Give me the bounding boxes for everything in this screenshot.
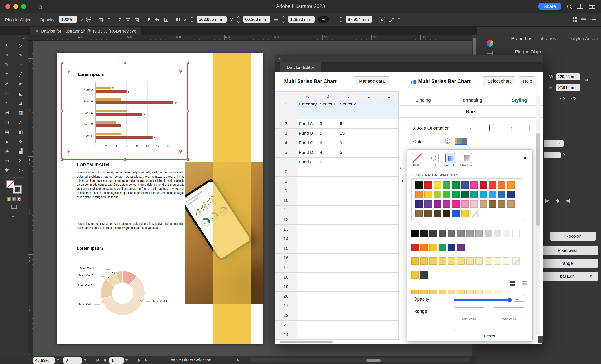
grid-cell[interactable] <box>318 244 338 253</box>
grid-cell[interactable]: 6 <box>318 138 338 148</box>
selection-outline[interactable] <box>61 63 188 160</box>
color-button-icon[interactable] <box>7 197 11 201</box>
grid-cell[interactable] <box>338 253 359 263</box>
column-header[interactable]: D <box>359 92 379 100</box>
color-swatch[interactable] <box>489 191 496 198</box>
selection-handle[interactable] <box>60 62 63 64</box>
grid-cell[interactable] <box>318 330 338 340</box>
color-swatch[interactable] <box>452 200 460 208</box>
row-number[interactable]: 2 <box>275 119 297 129</box>
color-swatch[interactable] <box>485 257 492 265</box>
grid-cell[interactable] <box>359 196 379 206</box>
color-swatch[interactable] <box>452 210 460 217</box>
color-swatch[interactable] <box>424 210 432 217</box>
zoom-tool-icon[interactable]: ◎ <box>14 165 28 175</box>
grid-cell[interactable]: 5 <box>318 158 338 167</box>
color-swatch[interactable] <box>443 200 450 208</box>
grid-cell[interactable] <box>338 301 359 311</box>
share-button[interactable]: Share <box>538 3 561 10</box>
align-right-icon[interactable] <box>134 17 139 22</box>
color-swatch[interactable] <box>470 200 478 208</box>
grid-cell[interactable] <box>297 301 318 311</box>
grid-cell[interactable] <box>379 167 399 177</box>
select-chart-button[interactable]: Select chart <box>483 76 515 86</box>
h-field[interactable]: 97,914 mm <box>346 16 372 22</box>
color-swatch[interactable] <box>452 191 460 198</box>
eyedropper-tool-icon[interactable]: ♦ <box>0 137 14 146</box>
row-number[interactable]: 4 <box>275 138 297 148</box>
arrange-documents-icon[interactable] <box>577 4 583 9</box>
fill-mode-palette-button[interactable]: PALETTE <box>443 153 457 171</box>
search-icon[interactable] <box>567 4 571 8</box>
grid-cell[interactable] <box>379 311 399 321</box>
color-swatch[interactable] <box>420 271 428 278</box>
grid-cell[interactable] <box>318 253 338 263</box>
appearance-value-field[interactable] <box>544 152 561 158</box>
grid-cell[interactable] <box>318 225 338 234</box>
color-swatch[interactable] <box>494 290 501 294</box>
color-swatch[interactable] <box>411 243 419 251</box>
perspective-grid-tool-icon[interactable]: △ <box>14 118 28 127</box>
selection-handle[interactable] <box>123 158 125 161</box>
row-number[interactable]: 18 <box>275 273 297 282</box>
grid-cell[interactable] <box>359 215 379 225</box>
panel-layers-icon[interactable] <box>581 17 587 22</box>
panel-grid-icon[interactable] <box>572 17 578 22</box>
color-swatch[interactable] <box>424 181 432 189</box>
last-artboard-icon[interactable] <box>144 358 149 362</box>
grid-cell[interactable] <box>379 177 399 186</box>
column-header[interactable]: B <box>318 92 338 100</box>
color-swatch[interactable] <box>439 257 446 265</box>
close-document-icon[interactable]: × <box>35 28 38 33</box>
color-help-icon[interactable]: ? <box>445 138 450 144</box>
color-swatch[interactable] <box>466 230 474 237</box>
width-tool-icon[interactable]: ⋈ <box>0 108 14 118</box>
grid-cell[interactable] <box>297 292 318 301</box>
manage-data-button[interactable]: Manage data <box>353 76 390 86</box>
row-number[interactable]: 16 <box>275 253 297 263</box>
grid-cell[interactable] <box>379 186 399 196</box>
appearance-stepper-icon[interactable] <box>562 153 565 156</box>
row-number[interactable]: 24 <box>275 330 297 340</box>
arrange-button[interactable]: range <box>536 259 599 268</box>
grid-cell[interactable] <box>318 196 338 206</box>
row-number[interactable]: 22 <box>275 311 297 321</box>
color-swatch[interactable] <box>439 290 446 294</box>
color-swatch[interactable] <box>466 290 474 294</box>
color-swatch[interactable] <box>485 230 492 237</box>
grid-cell[interactable] <box>297 282 318 292</box>
color-swatch[interactable] <box>503 290 511 294</box>
row-number[interactable]: 14 <box>275 234 297 244</box>
grid-cell[interactable] <box>379 148 399 158</box>
pen-tool-icon[interactable]: ✎ <box>0 60 14 70</box>
zoom-field[interactable]: 46,83% <box>33 357 55 363</box>
color-swatch[interactable] <box>424 200 432 208</box>
row-number[interactable]: 7 <box>275 167 297 177</box>
transform-more-icon[interactable]: ··· <box>587 104 593 109</box>
grid-cell[interactable] <box>338 186 359 196</box>
color-swatch[interactable] <box>457 230 464 237</box>
y-stepper[interactable] <box>237 17 239 22</box>
grid-cell[interactable] <box>379 321 399 330</box>
selection-handle[interactable] <box>60 158 63 161</box>
grid-cell[interactable] <box>338 330 359 340</box>
grid-cell[interactable] <box>338 234 359 244</box>
color-swatch[interactable] <box>415 200 423 208</box>
grid-cell[interactable] <box>379 206 399 215</box>
fill-stroke-widget[interactable] <box>6 180 21 193</box>
grid-cell[interactable] <box>297 186 318 196</box>
grid-cell[interactable] <box>379 292 399 301</box>
color-swatch[interactable] <box>434 210 441 217</box>
canvas-horizontal-scrollbar[interactable] <box>250 358 470 362</box>
document-tab[interactable]: × Datylon for Illustrator.ai* @ 46,83 % … <box>30 27 142 35</box>
tab-properties[interactable]: Properties <box>511 36 532 41</box>
color-swatch[interactable] <box>430 243 437 251</box>
color-swatch[interactable] <box>507 200 515 208</box>
color-swatch[interactable] <box>494 257 501 265</box>
rotation-menu-icon[interactable] <box>84 359 86 362</box>
grid-cell[interactable] <box>338 282 359 292</box>
mesh-tool-icon[interactable]: ▤ <box>0 127 14 137</box>
scale-tool-icon[interactable]: ⊿ <box>14 98 28 108</box>
tab-libraries[interactable]: Libraries <box>538 36 556 41</box>
paintbrush-tool-icon[interactable]: ✐ <box>0 79 14 89</box>
